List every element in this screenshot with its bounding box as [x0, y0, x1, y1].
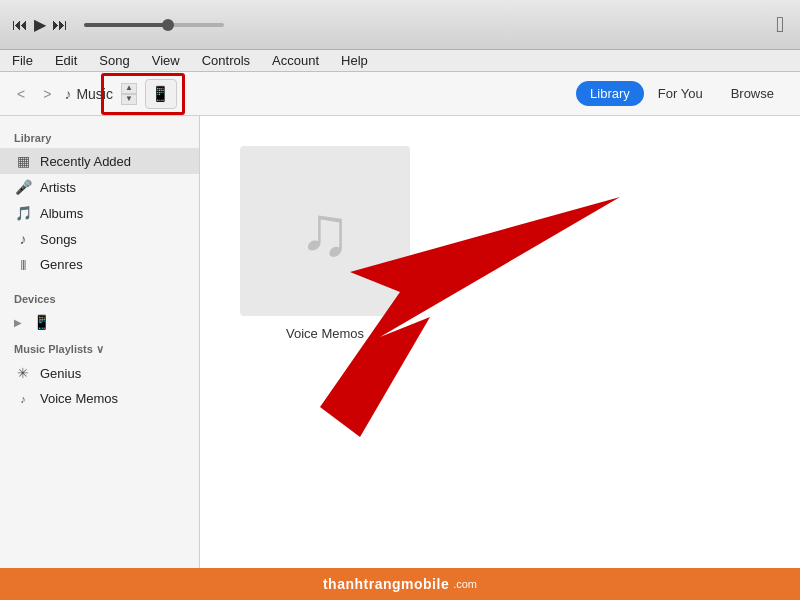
sidebar-item-genres[interactable]: ||| Genres	[0, 252, 199, 277]
large-music-note-icon: ♫	[299, 191, 352, 271]
menu-bar: File Edit Song View Controls Account Hel…	[0, 50, 800, 72]
device-button[interactable]: 📱	[145, 79, 177, 109]
forward-nav-button[interactable]: >	[38, 84, 56, 104]
title-bar: ⏮ ▶ ⏭ 	[0, 0, 800, 50]
mic-icon: 🎤	[14, 179, 32, 195]
menu-account[interactable]: Account	[268, 50, 323, 72]
play-button[interactable]: ▶	[34, 15, 46, 34]
nav-bar: < > ♪ Music ▲ ▼ 📱 Library For You Browse	[0, 72, 800, 116]
devices-section-title: Devices	[0, 285, 199, 309]
apple-logo: 	[776, 12, 784, 38]
music-card-thumbnail: ♫	[240, 146, 410, 316]
phone-icon: 📱	[32, 314, 50, 330]
section-name: Music	[76, 86, 113, 102]
sidebar-item-voice-memos[interactable]: ♪ Voice Memos	[0, 386, 199, 411]
progress-knob	[162, 19, 174, 31]
menu-file[interactable]: File	[8, 50, 37, 72]
music-icon: ♪	[64, 86, 71, 102]
footer-brand: thanhtrangmobile	[323, 576, 449, 592]
sidebar-item-songs[interactable]: ♪ Songs	[0, 226, 199, 252]
transport-controls: ⏮ ▶ ⏭	[12, 15, 224, 34]
footer-banner: thanhtrangmobile .com	[0, 568, 800, 600]
genres-icon: |||	[14, 259, 32, 270]
sidebar-item-albums[interactable]: 🎵 Albums	[0, 200, 199, 226]
footer-sub: .com	[453, 578, 477, 590]
sidebar-label-albums: Albums	[40, 206, 83, 221]
tab-for-you[interactable]: For You	[644, 81, 717, 106]
progress-bar[interactable]	[84, 23, 224, 27]
progress-fill	[84, 23, 168, 27]
album-icon: 🎵	[14, 205, 32, 221]
voice-memos-card[interactable]: ♫ Voice Memos	[240, 146, 410, 341]
device-btn-wrapper: 📱	[145, 79, 177, 109]
tab-library[interactable]: Library	[576, 81, 644, 106]
sidebar-item-device[interactable]: ▶ 📱	[0, 309, 199, 335]
device-phone-icon: 📱	[151, 85, 170, 103]
section-label: ♪ Music	[64, 86, 113, 102]
sidebar-label-songs: Songs	[40, 232, 77, 247]
sidebar-item-recently-added[interactable]: ▦ Recently Added	[0, 148, 199, 174]
rewind-button[interactable]: ⏮	[12, 16, 28, 34]
sidebar-item-artists[interactable]: 🎤 Artists	[0, 174, 199, 200]
sidebar-label-artists: Artists	[40, 180, 76, 195]
sidebar-item-genius[interactable]: ✳ Genius	[0, 360, 199, 386]
menu-song[interactable]: Song	[95, 50, 133, 72]
voice-icon: ♪	[14, 393, 32, 405]
library-section-title: Library	[0, 124, 199, 148]
spinner-up[interactable]: ▲	[121, 83, 137, 94]
nav-tabs: Library For You Browse	[576, 81, 788, 106]
note-icon: ♪	[14, 231, 32, 247]
menu-edit[interactable]: Edit	[51, 50, 81, 72]
main-layout: Library ▦ Recently Added 🎤 Artists 🎵 Alb…	[0, 116, 800, 568]
sidebar: Library ▦ Recently Added 🎤 Artists 🎵 Alb…	[0, 116, 200, 568]
playlists-section-title: Music Playlists ∨	[0, 335, 199, 360]
content-area: ♫ Voice Memos	[200, 116, 800, 568]
genius-icon: ✳	[14, 365, 32, 381]
back-button[interactable]: <	[12, 84, 30, 104]
menu-controls[interactable]: Controls	[198, 50, 254, 72]
triangle-icon: ▶	[14, 317, 22, 328]
menu-view[interactable]: View	[148, 50, 184, 72]
spinner-down[interactable]: ▼	[121, 94, 137, 105]
sidebar-label-genres: Genres	[40, 257, 83, 272]
voice-memos-label: Voice Memos	[286, 326, 364, 341]
sidebar-label-genius: Genius	[40, 366, 81, 381]
forward-button[interactable]: ⏭	[52, 16, 68, 34]
sidebar-label-voice-memos: Voice Memos	[40, 391, 118, 406]
sidebar-label-recently-added: Recently Added	[40, 154, 131, 169]
tab-browse[interactable]: Browse	[717, 81, 788, 106]
spinner-controls: ▲ ▼	[121, 83, 137, 105]
grid-icon: ▦	[14, 153, 32, 169]
menu-help[interactable]: Help	[337, 50, 372, 72]
